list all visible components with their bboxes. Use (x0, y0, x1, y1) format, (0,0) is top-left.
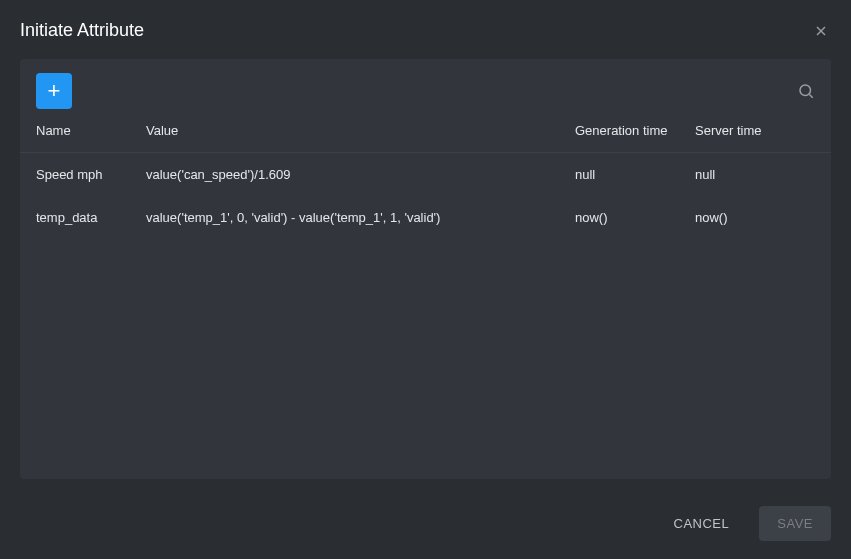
column-header-name: Name (36, 123, 146, 138)
cancel-button[interactable]: CANCEL (656, 506, 748, 541)
table-row[interactable]: temp_data value('temp_1', 0, 'valid') - … (20, 196, 831, 239)
cell-generation-time: now() (575, 210, 695, 225)
attribute-panel: + Name Value Generation time Server time… (20, 59, 831, 479)
svg-point-2 (800, 85, 811, 96)
column-header-generation-time: Generation time (575, 123, 695, 138)
svg-line-3 (809, 94, 812, 97)
dialog-title: Initiate Attribute (20, 20, 144, 41)
dialog-header: Initiate Attribute (0, 0, 851, 59)
column-header-server-time: Server time (695, 123, 815, 138)
cell-value: value('temp_1', 0, 'valid') - value('tem… (146, 210, 575, 225)
initiate-attribute-dialog: Initiate Attribute + Name Value Generati… (0, 0, 851, 559)
add-button[interactable]: + (36, 73, 72, 109)
panel-toolbar: + (20, 59, 831, 123)
cell-generation-time: null (575, 167, 695, 182)
save-button[interactable]: SAVE (759, 506, 831, 541)
search-icon[interactable] (797, 82, 815, 100)
table-row[interactable]: Speed mph value('can_speed')/1.609 null … (20, 153, 831, 196)
cell-name: Speed mph (36, 167, 146, 182)
column-header-value: Value (146, 123, 575, 138)
cell-name: temp_data (36, 210, 146, 225)
close-icon[interactable] (811, 21, 831, 41)
cell-server-time: now() (695, 210, 815, 225)
cell-server-time: null (695, 167, 815, 182)
table-header-row: Name Value Generation time Server time (20, 123, 831, 153)
cell-value: value('can_speed')/1.609 (146, 167, 575, 182)
dialog-footer: CANCEL SAVE (0, 488, 851, 559)
